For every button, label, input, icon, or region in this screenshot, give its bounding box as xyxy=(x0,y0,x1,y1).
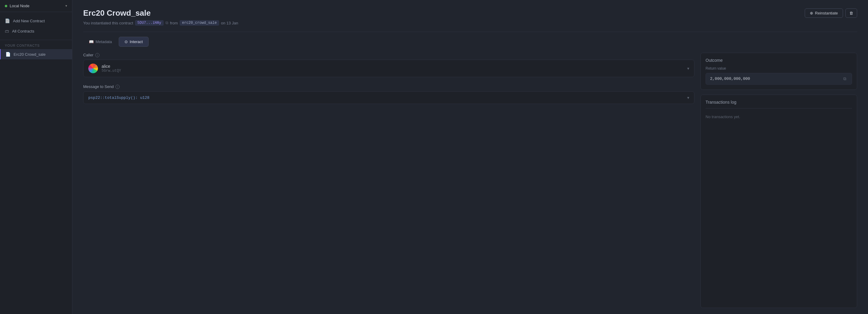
page-title: Erc20 Crowd_sale xyxy=(83,8,857,18)
contract-address-badge: 5DU7...iHAy xyxy=(135,20,164,26)
message-info-icon[interactable]: i xyxy=(116,85,120,89)
right-panel: Outcome Return value 2,000,000,000,000 ⧉… xyxy=(701,53,857,308)
reinstantiate-label: Reinstantiate xyxy=(815,11,838,15)
message-dropdown[interactable]: psp22::totalSupply(): u128 ▾ xyxy=(83,91,694,104)
node-status-dot xyxy=(5,5,7,7)
sidebar-nav: 📄 Add New Contract 🗃 All Contracts xyxy=(0,12,72,40)
tab-bar: 📖 Metadata ⊙ Interact xyxy=(72,32,868,47)
sidebar-item-label: Add New Contract xyxy=(13,19,45,23)
date-label: on 13 Jan xyxy=(221,21,238,25)
transactions-log-panel: Transactions log No transactions yet. xyxy=(701,95,857,308)
your-contracts-section-label: Your Contracts xyxy=(0,40,72,49)
message-dropdown-arrow: ▾ xyxy=(687,95,689,100)
outcome-panel: Outcome Return value 2,000,000,000,000 ⧉ xyxy=(701,53,857,90)
delete-button[interactable]: 🗑 xyxy=(845,8,857,18)
caller-info-icon[interactable]: i xyxy=(95,53,99,57)
message-section: Message to Send i psp22::totalSupply(): … xyxy=(83,84,694,104)
subtitle-prefix: You instantiated this contract xyxy=(83,21,133,25)
tab-metadata-label: Metadata xyxy=(96,39,112,44)
tab-interact[interactable]: ⊙ Interact xyxy=(119,37,148,47)
reinstantiate-button[interactable]: ⊕ Reinstantiate xyxy=(805,8,843,18)
interact-icon: ⊙ xyxy=(124,39,128,44)
reinstantiate-icon: ⊕ xyxy=(810,11,813,15)
sidebar: Local Node ▾ 📄 Add New Contract 🗃 All Co… xyxy=(0,0,72,314)
return-value-label: Return value xyxy=(706,66,852,70)
txlog-title: Transactions log xyxy=(706,100,852,108)
caller-name: alice xyxy=(101,64,684,69)
caller-address: 5Grw…utQY xyxy=(101,69,684,73)
return-value-box: 2,000,000,000,000 ⧉ xyxy=(706,73,852,85)
chevron-down-icon: ▾ xyxy=(65,4,67,8)
copy-return-value-button[interactable]: ⧉ xyxy=(842,76,847,81)
txlog-empty-message: No transactions yet. xyxy=(706,112,852,121)
code-hash-badge: erc20_crowd_sale xyxy=(180,20,219,26)
contract-file-icon: 📄 xyxy=(5,52,10,57)
message-value: psp22::totalSupply(): u128 xyxy=(88,96,687,100)
caller-dropdown-arrow: ▾ xyxy=(687,66,689,71)
caller-field-label: Caller i xyxy=(83,53,694,57)
outcome-title: Outcome xyxy=(706,58,852,63)
contract-item-label: Erc20 Crowd_sale xyxy=(13,52,45,57)
header-actions: ⊕ Reinstantiate 🗑 xyxy=(805,8,857,18)
return-value-text: 2,000,000,000,000 xyxy=(710,76,842,81)
tab-metadata[interactable]: 📖 Metadata xyxy=(83,37,118,47)
message-field-label: Message to Send i xyxy=(83,84,694,89)
caller-label-text: Caller xyxy=(83,53,93,57)
node-label: Local Node xyxy=(10,4,63,8)
caller-avatar xyxy=(88,64,98,73)
caller-dropdown[interactable]: alice 5Grw…utQY ▾ xyxy=(83,60,694,77)
sidebar-item-label: All Contracts xyxy=(12,29,34,33)
from-label: from xyxy=(170,21,178,25)
tab-interact-label: Interact xyxy=(130,39,143,44)
book-icon: 📖 xyxy=(89,39,94,44)
message-label-text: Message to Send xyxy=(83,84,114,89)
node-selector[interactable]: Local Node ▾ xyxy=(0,0,72,12)
document-icon: 📄 xyxy=(5,19,10,23)
sidebar-item-add-new-contract[interactable]: 📄 Add New Contract xyxy=(0,16,72,26)
contract-subtitle: You instantiated this contract 5DU7...iH… xyxy=(83,20,857,26)
left-panel: Caller i alice 5Grw…utQY ▾ Message to Se… xyxy=(83,53,694,308)
main-content: Erc20 Crowd_sale You instantiated this c… xyxy=(72,0,868,314)
caller-section: Caller i alice 5Grw…utQY ▾ xyxy=(83,53,694,77)
sidebar-item-all-contracts[interactable]: 🗃 All Contracts xyxy=(0,26,72,36)
archive-icon: 🗃 xyxy=(5,29,9,33)
main-header: Erc20 Crowd_sale You instantiated this c… xyxy=(72,0,868,26)
trash-icon: 🗑 xyxy=(849,11,853,15)
copy-address-icon[interactable]: ⧉ xyxy=(165,21,168,25)
content-area: Caller i alice 5Grw…utQY ▾ Message to Se… xyxy=(72,47,868,314)
caller-info: alice 5Grw…utQY xyxy=(101,64,684,73)
contract-list-item[interactable]: 📄 Erc20 Crowd_sale xyxy=(0,49,72,59)
